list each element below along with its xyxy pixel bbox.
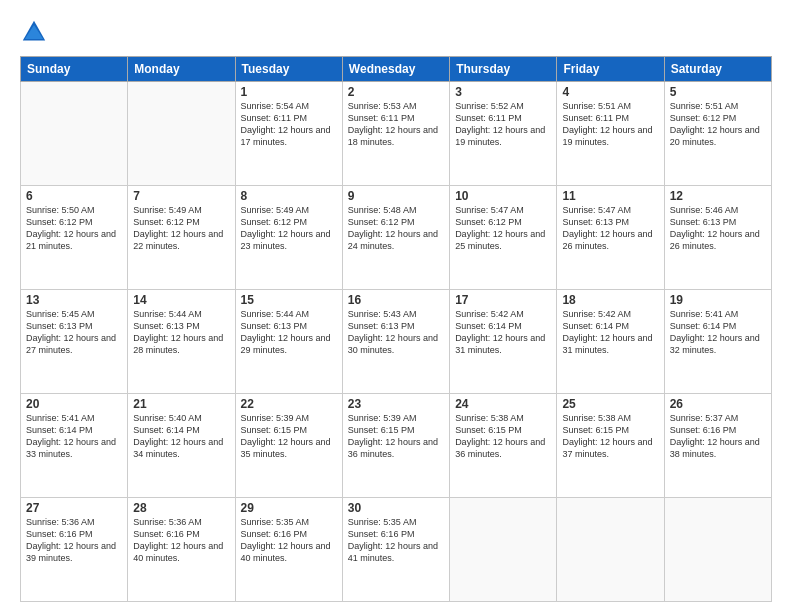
week-row-2: 13Sunrise: 5:45 AM Sunset: 6:13 PM Dayli… [21, 290, 772, 394]
day-number: 22 [241, 397, 337, 411]
page: SundayMondayTuesdayWednesdayThursdayFrid… [0, 0, 792, 612]
day-cell: 7Sunrise: 5:49 AM Sunset: 6:12 PM Daylig… [128, 186, 235, 290]
day-cell: 14Sunrise: 5:44 AM Sunset: 6:13 PM Dayli… [128, 290, 235, 394]
day-info: Sunrise: 5:38 AM Sunset: 6:15 PM Dayligh… [455, 412, 551, 461]
day-info: Sunrise: 5:39 AM Sunset: 6:15 PM Dayligh… [348, 412, 444, 461]
day-info: Sunrise: 5:53 AM Sunset: 6:11 PM Dayligh… [348, 100, 444, 149]
day-number: 6 [26, 189, 122, 203]
day-cell: 5Sunrise: 5:51 AM Sunset: 6:12 PM Daylig… [664, 82, 771, 186]
day-number: 16 [348, 293, 444, 307]
week-row-1: 6Sunrise: 5:50 AM Sunset: 6:12 PM Daylig… [21, 186, 772, 290]
header-cell-saturday: Saturday [664, 57, 771, 82]
day-cell: 9Sunrise: 5:48 AM Sunset: 6:12 PM Daylig… [342, 186, 449, 290]
day-info: Sunrise: 5:39 AM Sunset: 6:15 PM Dayligh… [241, 412, 337, 461]
day-cell: 17Sunrise: 5:42 AM Sunset: 6:14 PM Dayli… [450, 290, 557, 394]
header-cell-friday: Friday [557, 57, 664, 82]
day-info: Sunrise: 5:41 AM Sunset: 6:14 PM Dayligh… [26, 412, 122, 461]
day-number: 7 [133, 189, 229, 203]
day-info: Sunrise: 5:43 AM Sunset: 6:13 PM Dayligh… [348, 308, 444, 357]
day-number: 3 [455, 85, 551, 99]
day-info: Sunrise: 5:35 AM Sunset: 6:16 PM Dayligh… [241, 516, 337, 565]
day-info: Sunrise: 5:37 AM Sunset: 6:16 PM Dayligh… [670, 412, 766, 461]
day-info: Sunrise: 5:54 AM Sunset: 6:11 PM Dayligh… [241, 100, 337, 149]
day-info: Sunrise: 5:49 AM Sunset: 6:12 PM Dayligh… [241, 204, 337, 253]
day-info: Sunrise: 5:47 AM Sunset: 6:13 PM Dayligh… [562, 204, 658, 253]
day-number: 9 [348, 189, 444, 203]
day-info: Sunrise: 5:35 AM Sunset: 6:16 PM Dayligh… [348, 516, 444, 565]
day-number: 11 [562, 189, 658, 203]
day-cell [557, 498, 664, 602]
day-cell: 13Sunrise: 5:45 AM Sunset: 6:13 PM Dayli… [21, 290, 128, 394]
day-cell [450, 498, 557, 602]
day-cell: 12Sunrise: 5:46 AM Sunset: 6:13 PM Dayli… [664, 186, 771, 290]
day-number: 21 [133, 397, 229, 411]
day-info: Sunrise: 5:40 AM Sunset: 6:14 PM Dayligh… [133, 412, 229, 461]
day-cell: 15Sunrise: 5:44 AM Sunset: 6:13 PM Dayli… [235, 290, 342, 394]
day-cell: 23Sunrise: 5:39 AM Sunset: 6:15 PM Dayli… [342, 394, 449, 498]
header-cell-tuesday: Tuesday [235, 57, 342, 82]
logo [20, 18, 52, 46]
header [20, 18, 772, 46]
day-number: 10 [455, 189, 551, 203]
day-info: Sunrise: 5:52 AM Sunset: 6:11 PM Dayligh… [455, 100, 551, 149]
day-number: 18 [562, 293, 658, 307]
day-info: Sunrise: 5:48 AM Sunset: 6:12 PM Dayligh… [348, 204, 444, 253]
day-number: 15 [241, 293, 337, 307]
calendar-header: SundayMondayTuesdayWednesdayThursdayFrid… [21, 57, 772, 82]
day-number: 1 [241, 85, 337, 99]
day-cell: 16Sunrise: 5:43 AM Sunset: 6:13 PM Dayli… [342, 290, 449, 394]
day-number: 8 [241, 189, 337, 203]
day-cell: 27Sunrise: 5:36 AM Sunset: 6:16 PM Dayli… [21, 498, 128, 602]
day-info: Sunrise: 5:49 AM Sunset: 6:12 PM Dayligh… [133, 204, 229, 253]
day-number: 5 [670, 85, 766, 99]
day-info: Sunrise: 5:45 AM Sunset: 6:13 PM Dayligh… [26, 308, 122, 357]
day-cell: 30Sunrise: 5:35 AM Sunset: 6:16 PM Dayli… [342, 498, 449, 602]
day-number: 14 [133, 293, 229, 307]
day-cell: 1Sunrise: 5:54 AM Sunset: 6:11 PM Daylig… [235, 82, 342, 186]
day-number: 28 [133, 501, 229, 515]
day-info: Sunrise: 5:47 AM Sunset: 6:12 PM Dayligh… [455, 204, 551, 253]
day-info: Sunrise: 5:36 AM Sunset: 6:16 PM Dayligh… [26, 516, 122, 565]
day-cell: 8Sunrise: 5:49 AM Sunset: 6:12 PM Daylig… [235, 186, 342, 290]
day-info: Sunrise: 5:42 AM Sunset: 6:14 PM Dayligh… [562, 308, 658, 357]
day-info: Sunrise: 5:50 AM Sunset: 6:12 PM Dayligh… [26, 204, 122, 253]
calendar-body: 1Sunrise: 5:54 AM Sunset: 6:11 PM Daylig… [21, 82, 772, 602]
day-info: Sunrise: 5:46 AM Sunset: 6:13 PM Dayligh… [670, 204, 766, 253]
day-cell [21, 82, 128, 186]
day-number: 13 [26, 293, 122, 307]
day-number: 17 [455, 293, 551, 307]
day-number: 27 [26, 501, 122, 515]
day-info: Sunrise: 5:42 AM Sunset: 6:14 PM Dayligh… [455, 308, 551, 357]
day-cell: 21Sunrise: 5:40 AM Sunset: 6:14 PM Dayli… [128, 394, 235, 498]
day-cell: 10Sunrise: 5:47 AM Sunset: 6:12 PM Dayli… [450, 186, 557, 290]
header-cell-monday: Monday [128, 57, 235, 82]
week-row-4: 27Sunrise: 5:36 AM Sunset: 6:16 PM Dayli… [21, 498, 772, 602]
day-number: 12 [670, 189, 766, 203]
day-number: 23 [348, 397, 444, 411]
logo-icon [20, 18, 48, 46]
day-cell: 3Sunrise: 5:52 AM Sunset: 6:11 PM Daylig… [450, 82, 557, 186]
week-row-3: 20Sunrise: 5:41 AM Sunset: 6:14 PM Dayli… [21, 394, 772, 498]
day-number: 20 [26, 397, 122, 411]
day-cell [664, 498, 771, 602]
day-cell: 25Sunrise: 5:38 AM Sunset: 6:15 PM Dayli… [557, 394, 664, 498]
day-cell: 24Sunrise: 5:38 AM Sunset: 6:15 PM Dayli… [450, 394, 557, 498]
day-number: 25 [562, 397, 658, 411]
day-cell: 2Sunrise: 5:53 AM Sunset: 6:11 PM Daylig… [342, 82, 449, 186]
day-cell: 28Sunrise: 5:36 AM Sunset: 6:16 PM Dayli… [128, 498, 235, 602]
header-cell-thursday: Thursday [450, 57, 557, 82]
day-number: 24 [455, 397, 551, 411]
day-cell: 26Sunrise: 5:37 AM Sunset: 6:16 PM Dayli… [664, 394, 771, 498]
day-info: Sunrise: 5:51 AM Sunset: 6:12 PM Dayligh… [670, 100, 766, 149]
day-cell [128, 82, 235, 186]
week-row-0: 1Sunrise: 5:54 AM Sunset: 6:11 PM Daylig… [21, 82, 772, 186]
day-info: Sunrise: 5:44 AM Sunset: 6:13 PM Dayligh… [133, 308, 229, 357]
day-cell: 22Sunrise: 5:39 AM Sunset: 6:15 PM Dayli… [235, 394, 342, 498]
day-cell: 20Sunrise: 5:41 AM Sunset: 6:14 PM Dayli… [21, 394, 128, 498]
day-info: Sunrise: 5:51 AM Sunset: 6:11 PM Dayligh… [562, 100, 658, 149]
header-cell-sunday: Sunday [21, 57, 128, 82]
day-info: Sunrise: 5:36 AM Sunset: 6:16 PM Dayligh… [133, 516, 229, 565]
day-info: Sunrise: 5:38 AM Sunset: 6:15 PM Dayligh… [562, 412, 658, 461]
header-row: SundayMondayTuesdayWednesdayThursdayFrid… [21, 57, 772, 82]
day-cell: 4Sunrise: 5:51 AM Sunset: 6:11 PM Daylig… [557, 82, 664, 186]
